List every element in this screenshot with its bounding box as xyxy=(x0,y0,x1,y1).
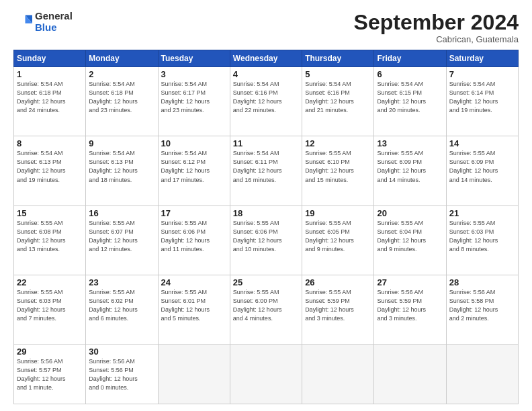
day-info: Sunrise: 5:56 AM Sunset: 5:56 PM Dayligh… xyxy=(89,357,154,392)
calendar-cell: 12Sunrise: 5:55 AM Sunset: 6:10 PM Dayli… xyxy=(302,136,374,205)
day-info: Sunrise: 5:54 AM Sunset: 6:13 PM Dayligh… xyxy=(89,149,154,184)
day-info: Sunrise: 5:55 AM Sunset: 6:09 PM Dayligh… xyxy=(449,149,515,184)
calendar-cell: 25Sunrise: 5:55 AM Sunset: 6:00 PM Dayli… xyxy=(230,275,302,344)
calendar-cell: 6Sunrise: 5:54 AM Sunset: 6:15 PM Daylig… xyxy=(374,67,446,136)
calendar-cell: 23Sunrise: 5:55 AM Sunset: 6:02 PM Dayli… xyxy=(86,275,158,344)
calendar-cell: 27Sunrise: 5:56 AM Sunset: 5:59 PM Dayli… xyxy=(374,275,446,344)
day-number: 29 xyxy=(17,347,83,357)
logo-general: General xyxy=(35,11,73,22)
logo-icon xyxy=(13,13,32,32)
day-info: Sunrise: 5:56 AM Sunset: 5:57 PM Dayligh… xyxy=(17,357,83,392)
day-number: 5 xyxy=(305,69,371,79)
day-info: Sunrise: 5:55 AM Sunset: 6:06 PM Dayligh… xyxy=(161,219,227,254)
day-info: Sunrise: 5:55 AM Sunset: 6:04 PM Dayligh… xyxy=(377,219,443,254)
day-info: Sunrise: 5:55 AM Sunset: 6:03 PM Dayligh… xyxy=(17,288,83,323)
day-info: Sunrise: 5:55 AM Sunset: 6:03 PM Dayligh… xyxy=(449,219,515,254)
calendar-cell xyxy=(158,344,230,404)
day-number: 24 xyxy=(161,277,227,287)
calendar-cell xyxy=(230,344,302,404)
day-info: Sunrise: 5:55 AM Sunset: 6:07 PM Dayligh… xyxy=(89,219,154,254)
day-number: 16 xyxy=(89,208,154,218)
day-info: Sunrise: 5:55 AM Sunset: 6:10 PM Dayligh… xyxy=(305,149,371,184)
day-number: 14 xyxy=(449,138,515,148)
calendar-col-header: Monday xyxy=(86,50,158,67)
calendar-cell: 8Sunrise: 5:54 AM Sunset: 6:13 PM Daylig… xyxy=(14,136,86,205)
day-number: 6 xyxy=(377,69,443,79)
day-number: 27 xyxy=(377,277,443,287)
day-number: 11 xyxy=(233,138,299,148)
day-number: 8 xyxy=(17,138,83,148)
calendar-cell: 19Sunrise: 5:55 AM Sunset: 6:05 PM Dayli… xyxy=(302,205,374,275)
day-info: Sunrise: 5:54 AM Sunset: 6:18 PM Dayligh… xyxy=(89,80,154,115)
logo-blue: Blue xyxy=(35,22,73,34)
calendar-cell: 20Sunrise: 5:55 AM Sunset: 6:04 PM Dayli… xyxy=(374,205,446,275)
day-info: Sunrise: 5:55 AM Sunset: 6:01 PM Dayligh… xyxy=(161,288,227,323)
calendar-col-header: Thursday xyxy=(302,50,374,67)
calendar-cell: 13Sunrise: 5:55 AM Sunset: 6:09 PM Dayli… xyxy=(374,136,446,205)
calendar-cell: 4Sunrise: 5:54 AM Sunset: 6:16 PM Daylig… xyxy=(230,67,302,136)
day-number: 2 xyxy=(89,69,154,79)
day-info: Sunrise: 5:55 AM Sunset: 6:02 PM Dayligh… xyxy=(89,288,154,323)
day-number: 25 xyxy=(233,277,299,287)
day-number: 12 xyxy=(305,138,371,148)
day-number: 9 xyxy=(89,138,154,148)
calendar-col-header: Wednesday xyxy=(230,50,302,67)
day-info: Sunrise: 5:55 AM Sunset: 6:08 PM Dayligh… xyxy=(17,219,83,254)
day-number: 22 xyxy=(17,277,83,287)
day-number: 17 xyxy=(161,208,227,218)
day-info: Sunrise: 5:55 AM Sunset: 5:59 PM Dayligh… xyxy=(305,288,371,323)
calendar-cell: 24Sunrise: 5:55 AM Sunset: 6:01 PM Dayli… xyxy=(158,275,230,344)
calendar-cell: 2Sunrise: 5:54 AM Sunset: 6:18 PM Daylig… xyxy=(86,67,158,136)
calendar-col-header: Saturday xyxy=(446,50,518,67)
calendar-cell xyxy=(374,344,446,404)
day-number: 15 xyxy=(17,208,83,218)
day-info: Sunrise: 5:54 AM Sunset: 6:12 PM Dayligh… xyxy=(161,149,227,184)
logo-text: General Blue xyxy=(35,11,73,33)
day-number: 19 xyxy=(305,208,371,218)
day-number: 13 xyxy=(377,138,443,148)
day-number: 7 xyxy=(449,69,515,79)
day-info: Sunrise: 5:54 AM Sunset: 6:11 PM Dayligh… xyxy=(233,149,299,184)
day-number: 4 xyxy=(233,69,299,79)
calendar-cell: 10Sunrise: 5:54 AM Sunset: 6:12 PM Dayli… xyxy=(158,136,230,205)
calendar-cell: 9Sunrise: 5:54 AM Sunset: 6:13 PM Daylig… xyxy=(86,136,158,205)
day-info: Sunrise: 5:54 AM Sunset: 6:15 PM Dayligh… xyxy=(377,80,443,115)
calendar-cell: 15Sunrise: 5:55 AM Sunset: 6:08 PM Dayli… xyxy=(14,205,86,275)
day-info: Sunrise: 5:54 AM Sunset: 6:16 PM Dayligh… xyxy=(233,80,299,115)
calendar-cell: 1Sunrise: 5:54 AM Sunset: 6:18 PM Daylig… xyxy=(14,67,86,136)
day-info: Sunrise: 5:56 AM Sunset: 5:58 PM Dayligh… xyxy=(449,288,515,323)
calendar-header-row: SundayMondayTuesdayWednesdayThursdayFrid… xyxy=(14,50,519,67)
calendar-cell: 17Sunrise: 5:55 AM Sunset: 6:06 PM Dayli… xyxy=(158,205,230,275)
location: Cabrican, Guatemala xyxy=(354,34,519,44)
calendar-col-header: Sunday xyxy=(14,50,86,67)
day-number: 21 xyxy=(449,208,515,218)
day-number: 26 xyxy=(305,277,371,287)
day-info: Sunrise: 5:54 AM Sunset: 6:18 PM Dayligh… xyxy=(17,80,83,115)
day-number: 10 xyxy=(161,138,227,148)
logo: General Blue xyxy=(13,11,73,33)
page: General Blue September 2024 Cabrican, Gu… xyxy=(0,0,532,411)
calendar-cell: 3Sunrise: 5:54 AM Sunset: 6:17 PM Daylig… xyxy=(158,67,230,136)
day-number: 20 xyxy=(377,208,443,218)
calendar-cell: 29Sunrise: 5:56 AM Sunset: 5:57 PM Dayli… xyxy=(14,344,86,404)
day-number: 28 xyxy=(449,277,515,287)
calendar-cell: 11Sunrise: 5:54 AM Sunset: 6:11 PM Dayli… xyxy=(230,136,302,205)
calendar-week-row: 22Sunrise: 5:55 AM Sunset: 6:03 PM Dayli… xyxy=(14,275,519,344)
day-number: 30 xyxy=(89,347,154,357)
calendar-week-row: 29Sunrise: 5:56 AM Sunset: 5:57 PM Dayli… xyxy=(14,344,519,404)
day-info: Sunrise: 5:55 AM Sunset: 6:09 PM Dayligh… xyxy=(377,149,443,184)
day-info: Sunrise: 5:55 AM Sunset: 6:06 PM Dayligh… xyxy=(233,219,299,254)
calendar-week-row: 15Sunrise: 5:55 AM Sunset: 6:08 PM Dayli… xyxy=(14,205,519,275)
calendar-cell: 5Sunrise: 5:54 AM Sunset: 6:16 PM Daylig… xyxy=(302,67,374,136)
calendar-cell: 28Sunrise: 5:56 AM Sunset: 5:58 PM Dayli… xyxy=(446,275,518,344)
day-info: Sunrise: 5:56 AM Sunset: 5:59 PM Dayligh… xyxy=(377,288,443,323)
calendar-cell: 22Sunrise: 5:55 AM Sunset: 6:03 PM Dayli… xyxy=(14,275,86,344)
header: General Blue September 2024 Cabrican, Gu… xyxy=(13,11,519,44)
day-info: Sunrise: 5:54 AM Sunset: 6:13 PM Dayligh… xyxy=(17,149,83,184)
day-number: 23 xyxy=(89,277,154,287)
calendar-cell: 30Sunrise: 5:56 AM Sunset: 5:56 PM Dayli… xyxy=(86,344,158,404)
calendar-cell xyxy=(446,344,518,404)
title-block: September 2024 Cabrican, Guatemala xyxy=(354,11,519,44)
day-number: 3 xyxy=(161,69,227,79)
day-info: Sunrise: 5:54 AM Sunset: 6:14 PM Dayligh… xyxy=(449,80,515,115)
